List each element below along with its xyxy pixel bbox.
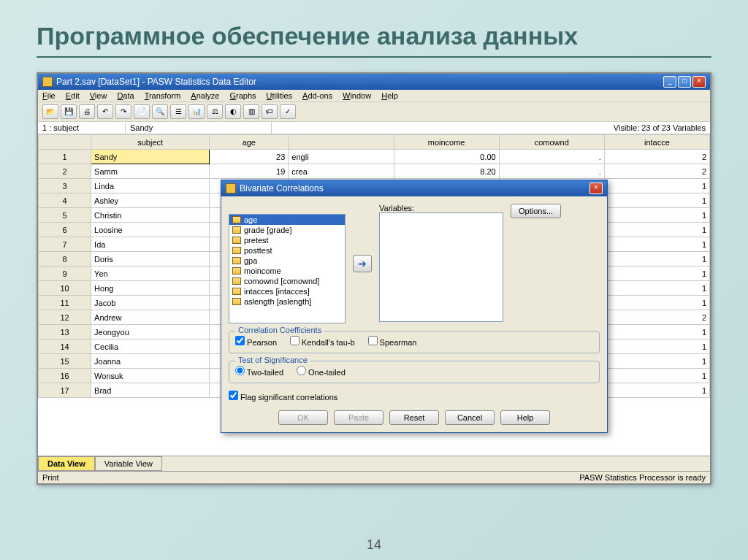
data-grid[interactable]: subjectagemoincomecomowndintacce 1Sandy2…: [38, 134, 710, 456]
kendall-checkbox[interactable]: Kendall's tau-b: [290, 336, 355, 347]
ok-button[interactable]: OK: [278, 410, 328, 425]
toolbar-chart-icon[interactable]: 📊: [188, 104, 205, 119]
cell-intacce[interactable]: 1: [604, 223, 709, 237]
column-header[interactable]: age: [210, 135, 289, 150]
cell-subject[interactable]: Sandy: [91, 150, 210, 164]
toolbar-vars-icon[interactable]: ☰: [170, 104, 186, 119]
row-header[interactable]: 7: [39, 237, 91, 252]
cell-subject[interactable]: Jeongyou: [91, 325, 210, 340]
row-header[interactable]: 16: [39, 369, 91, 383]
row-header[interactable]: 13: [39, 325, 91, 340]
cell-col3[interactable]: engli: [289, 150, 394, 164]
cell-age[interactable]: 19: [210, 164, 289, 179]
menu-graphs[interactable]: Graphs: [229, 91, 256, 100]
cell-intacce[interactable]: 2: [604, 150, 709, 164]
row-header[interactable]: 15: [39, 354, 91, 369]
menu-utilities[interactable]: Utilities: [267, 91, 292, 100]
minimize-button[interactable]: _: [663, 76, 676, 88]
toolbar-select-icon[interactable]: ◐: [225, 104, 241, 119]
toolbar-redo-icon[interactable]: ↷: [115, 104, 131, 119]
varlist-item[interactable]: posttest: [229, 245, 345, 256]
toolbar-undo-icon[interactable]: ↶: [97, 104, 113, 119]
cell-subject[interactable]: Doris: [91, 252, 210, 266]
move-right-button[interactable]: ➔: [353, 255, 372, 272]
cell-age[interactable]: 23: [210, 150, 289, 164]
flag-checkbox[interactable]: Flag significant correlations: [229, 393, 337, 402]
cell-value[interactable]: Sandy: [126, 122, 272, 134]
row-header[interactable]: 14: [39, 340, 91, 354]
menu-file[interactable]: File: [42, 91, 56, 100]
cell-intacce[interactable]: 2: [604, 164, 709, 179]
cell-subject[interactable]: Linda: [91, 179, 210, 193]
column-header[interactable]: [289, 135, 394, 150]
reset-button[interactable]: Reset: [389, 410, 439, 425]
toolbar-print-icon[interactable]: 🖨: [79, 104, 95, 119]
cell-intacce[interactable]: 1: [604, 179, 709, 193]
spearman-checkbox[interactable]: Spearman: [368, 336, 417, 347]
cell-comownd[interactable]: .: [499, 164, 604, 179]
varlist-item[interactable]: age: [229, 215, 345, 225]
cell-subject[interactable]: Jacob: [91, 296, 210, 310]
cell-intacce[interactable]: 1: [604, 208, 709, 223]
varlist-item[interactable]: comownd [comownd]: [229, 276, 345, 286]
row-header[interactable]: 2: [39, 164, 91, 179]
help-button[interactable]: Help: [500, 410, 550, 425]
cell-intacce[interactable]: 1: [604, 237, 709, 252]
row-header[interactable]: 11: [39, 296, 91, 310]
varlist-item[interactable]: aslength [aslength]: [229, 296, 345, 307]
cell-intacce[interactable]: 2: [604, 310, 709, 325]
cell-intacce[interactable]: 1: [604, 281, 709, 296]
row-header[interactable]: 8: [39, 252, 91, 266]
cell-intacce[interactable]: 1: [604, 354, 709, 369]
cell-intacce[interactable]: 1: [604, 369, 709, 383]
titlebar[interactable]: Part 2.sav [DataSet1] - PASW Statistics …: [38, 74, 710, 90]
menu-edit[interactable]: Edit: [66, 91, 80, 100]
toolbar-save-icon[interactable]: 💾: [61, 104, 77, 119]
cell-subject[interactable]: Andrew: [91, 310, 210, 325]
menu-data[interactable]: Data: [117, 91, 134, 100]
toolbar-split-icon[interactable]: ▥: [243, 104, 259, 119]
two-tailed-radio[interactable]: Two-tailed: [235, 366, 283, 377]
dialog-close-button[interactable]: ×: [589, 183, 603, 194]
cell-intacce[interactable]: 1: [604, 383, 709, 398]
menu-analyze[interactable]: Analyze: [191, 91, 219, 100]
selected-var-list[interactable]: [379, 212, 503, 322]
maximize-button[interactable]: □: [678, 76, 691, 88]
cell-intacce[interactable]: 1: [604, 296, 709, 310]
cell-subject[interactable]: Loosine: [91, 223, 210, 237]
cell-subject[interactable]: Samm: [91, 164, 210, 179]
cell-subject[interactable]: Brad: [91, 383, 210, 398]
row-header[interactable]: 10: [39, 281, 91, 296]
cell-subject[interactable]: Joanna: [91, 354, 210, 369]
cell-moincome[interactable]: 0.00: [394, 150, 499, 164]
column-header[interactable]: intacce: [604, 135, 709, 150]
pearson-checkbox[interactable]: Pearson: [235, 336, 277, 347]
cell-subject[interactable]: Yen: [91, 266, 210, 281]
row-header[interactable]: 1: [39, 150, 91, 164]
one-tailed-radio[interactable]: One-tailed: [297, 366, 346, 377]
cell-intacce[interactable]: 1: [604, 252, 709, 266]
cell-intacce[interactable]: 1: [604, 325, 709, 340]
cell-col3[interactable]: crea: [289, 164, 394, 179]
cell-intacce[interactable]: 1: [604, 266, 709, 281]
row-header[interactable]: 5: [39, 208, 91, 223]
options-button[interactable]: Options...: [511, 204, 561, 218]
cell-subject[interactable]: Cecilia: [91, 340, 210, 354]
toolbar-value-icon[interactable]: 🏷: [262, 104, 278, 119]
dialog-titlebar[interactable]: Bivariate Correlations ×: [221, 180, 607, 196]
tab-variable-view[interactable]: Variable View: [95, 456, 162, 471]
cancel-button[interactable]: Cancel: [445, 410, 495, 425]
cell-subject[interactable]: Christin: [91, 208, 210, 223]
cell-moincome[interactable]: 8.20: [394, 164, 499, 179]
toolbar-goto-icon[interactable]: 📄: [134, 104, 150, 119]
menu-addons[interactable]: Add-ons: [302, 91, 332, 100]
varlist-item[interactable]: moincome: [229, 266, 345, 276]
row-header[interactable]: 9: [39, 266, 91, 281]
cell-comownd[interactable]: .: [499, 150, 604, 164]
tab-data-view[interactable]: Data View: [38, 456, 95, 471]
varlist-item[interactable]: grade [grade]: [229, 225, 345, 235]
cell-subject[interactable]: Wonsuk: [91, 369, 210, 383]
varlist-item[interactable]: pretest: [229, 235, 345, 245]
row-header[interactable]: 6: [39, 223, 91, 237]
menu-view[interactable]: View: [90, 91, 107, 100]
